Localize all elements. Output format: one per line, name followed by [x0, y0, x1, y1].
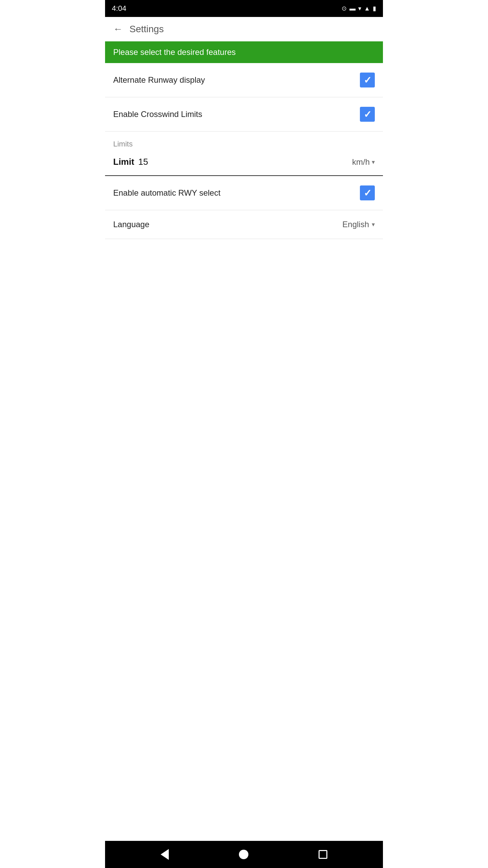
settings-list: Alternate Runway display ✓ Enable Crossw… [105, 63, 383, 540]
limit-left: Limit 15 [113, 157, 148, 167]
battery-icon: ▮ [373, 5, 376, 12]
media-icon: ⊙ [342, 5, 347, 12]
limit-value: 15 [138, 157, 148, 167]
limits-header: Limits [105, 132, 383, 151]
status-bar: 4:04 ⊙ ▬ ▾ ▲ ▮ [105, 0, 383, 17]
recents-square-icon [319, 850, 327, 859]
home-nav-button[interactable] [235, 846, 252, 863]
alternate-runway-label: Alternate Runway display [113, 75, 205, 85]
check-icon: ✓ [364, 75, 371, 86]
status-icons: ⊙ ▬ ▾ ▲ ▮ [342, 5, 376, 12]
home-circle-icon [239, 850, 248, 859]
recents-nav-button[interactable] [314, 846, 331, 863]
status-time: 4:04 [112, 4, 126, 13]
feature-banner: Please select the desired features [105, 41, 383, 63]
back-arrow-icon: ← [113, 24, 123, 35]
crosswind-limits-label: Enable Crosswind Limits [113, 110, 202, 119]
chevron-down-icon: ▾ [372, 158, 375, 166]
back-triangle-icon [161, 849, 169, 860]
language-selector[interactable]: English ▾ [342, 220, 375, 229]
bottom-nav-bar [105, 841, 383, 868]
storage-icon: ▬ [349, 5, 355, 12]
limit-label: Limit [113, 157, 134, 167]
crosswind-limits-row[interactable]: Enable Crosswind Limits ✓ [105, 97, 383, 132]
crosswind-limits-checkbox[interactable]: ✓ [360, 107, 375, 122]
feature-banner-text: Please select the desired features [113, 47, 236, 57]
limit-unit-selector[interactable]: km/h ▾ [352, 157, 375, 167]
wifi-icon: ▾ [358, 5, 361, 12]
alternate-runway-checkbox[interactable]: ✓ [360, 73, 375, 87]
check-icon-3: ✓ [364, 188, 371, 199]
auto-rwy-row[interactable]: Enable automatic RWY select ✓ [105, 176, 383, 210]
back-nav-button[interactable] [157, 845, 173, 864]
language-chevron-down-icon: ▾ [372, 221, 375, 228]
app-bar: ← Settings [105, 17, 383, 41]
alternate-runway-row[interactable]: Alternate Runway display ✓ [105, 63, 383, 97]
auto-rwy-label: Enable automatic RWY select [113, 188, 221, 198]
back-button[interactable]: ← [113, 24, 123, 35]
limit-row[interactable]: Limit 15 km/h ▾ [105, 151, 383, 176]
check-icon-2: ✓ [364, 109, 371, 120]
language-value: English [342, 220, 369, 229]
page-title: Settings [129, 24, 164, 35]
signal-icon: ▲ [364, 5, 370, 12]
auto-rwy-checkbox[interactable]: ✓ [360, 185, 375, 200]
limit-unit: km/h [352, 157, 370, 167]
language-label: Language [113, 220, 149, 229]
language-row[interactable]: Language English ▾ [105, 210, 383, 239]
